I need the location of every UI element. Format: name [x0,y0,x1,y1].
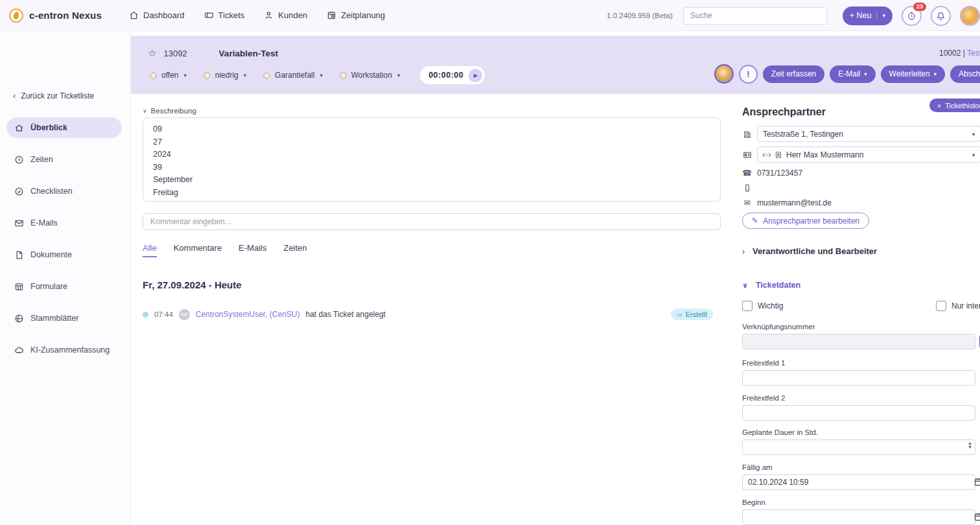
tab-zeiten[interactable]: Zeiten [283,243,307,257]
back-to-ticketlist-link[interactable]: ‹ Zurück zur Ticketliste [13,91,94,100]
user-avatar[interactable] [960,6,980,26]
description-box[interactable]: 09 27 2024 39 September Freitag [143,117,721,202]
ticketdata-section-toggle[interactable]: ∨ Ticketdaten [742,281,800,290]
entry-avatar: CC [179,309,190,320]
type-dropdown[interactable]: Garantiefall ▾ [264,71,323,80]
email-button[interactable]: E-Mail ▾ [830,65,875,83]
ticket-title-row: ☆ 13092 Variablen-Test [148,47,278,59]
customer-name-link[interactable]: Test GmbH [967,49,980,58]
responsibles-section-toggle[interactable]: › Verantwortliche und Bearbeiter [742,246,877,256]
version-label: 1.0.2409.959 (Beta) [607,12,673,19]
sidebar-item-checklisten[interactable]: Checklisten [6,181,122,202]
contact-phone: 0731/123457 [757,169,802,178]
nav-kunden[interactable]: Kunden [264,10,307,20]
person-badge-mini-icon [775,151,782,159]
tab-alle[interactable]: Alle [143,243,157,257]
chevron-left-icon: ‹ [13,91,16,100]
ticket-history-button[interactable]: ∨ Tickethistorie [929,99,980,112]
overview-icon [14,123,24,133]
favorite-star-icon[interactable]: ☆ [148,47,156,59]
sidebar-item-ki-zusammenfassung[interactable]: KI-Zusammenfassung [6,340,122,360]
form-icon [14,282,24,292]
tab-emails[interactable]: E-Mails [239,243,266,257]
new-button[interactable]: + Neu ▾ [843,6,892,25]
calendar-icon[interactable] [974,477,980,487]
exclamation-icon: ! [747,69,749,79]
search-input[interactable] [683,7,827,25]
checkbox-icon[interactable] [936,301,946,311]
description-line: 27 [153,136,710,149]
notifications-button[interactable] [931,6,951,26]
nav-zeitplanung[interactable]: Zeitplanung [327,10,385,20]
freitextfeld-1-input[interactable] [742,370,975,386]
description-line: Freitag [153,187,710,200]
faellig-am-input[interactable] [742,474,975,490]
edit-contact-button[interactable]: ✎ Ansprechpartner bearbeiten [742,213,869,229]
field-beginn: Beginn [742,498,975,525]
sidebar: ‹ Zurück zur Ticketliste Überblick Zeite… [0,31,131,525]
sidebar-item-emails[interactable]: E-Mails [6,213,122,233]
tab-kommentare[interactable]: Kommentare [174,243,222,257]
type-diamond-icon [262,71,271,80]
sidebar-item-dokumente[interactable]: Dokumente [6,244,122,265]
chevron-down-icon: ∨ [937,102,941,109]
field-freitextfeld-2: Freitextfeld 2 [742,394,975,421]
checkbox-nur-intern[interactable]: Nur intern [936,301,980,311]
priority-dropdown[interactable]: niedrig ▾ [204,71,246,80]
play-icon: ▶ [474,73,478,78]
forward-button[interactable]: Weiterleiten ▾ [881,65,945,83]
category-dropdown[interactable]: Workstation ▾ [340,71,400,80]
chevron-down-icon: ∨ [742,281,748,290]
close-ticket-button[interactable]: Abschließen [950,65,980,83]
beginn-input[interactable] [742,509,975,525]
timeline-entry: 07:44 CC CentronSystemUser, (CenSU) hat … [143,309,721,320]
checkbox-icon[interactable] [742,301,752,311]
comment-input[interactable] [143,213,721,230]
sidebar-item-formulare[interactable]: Formulare [6,276,122,297]
checkbox-wichtig[interactable]: Wichtig [742,301,783,311]
ticket-actions: ! Zeit erfassen E-Mail ▾ Weiterleiten ▾ … [714,64,980,84]
sidebar-item-zeiten[interactable]: Zeiten [6,149,122,170]
ticket-status-row: offen ▾ niedrig ▾ Garantiefall ▾ Worksta… [150,66,485,84]
contact-person-select[interactable]: Herr Max Mustermann ▾ [757,146,980,163]
description-line: 09 [153,123,710,136]
sidebar-item-stammblaetter[interactable]: Stammblätter [6,308,122,329]
sidebar-item-ueberblick[interactable]: Überblick [6,117,122,138]
timer-play-button[interactable]: ▶ [469,69,482,82]
brand-name: c-entron Nexus [29,10,102,21]
entry-user-link[interactable]: CentronSystemUser, (CenSU) [196,310,300,319]
assignee-avatar[interactable] [714,64,734,84]
record-time-button[interactable]: Zeit erfassen [763,65,824,83]
field-geplante-dauer: Geplante Dauer in Std. ▲▼ [742,428,975,455]
verknuepfungsnummer-input[interactable] [742,334,975,349]
user-icon [264,10,274,20]
geplante-dauer-input[interactable] [742,439,975,455]
pencil-icon: ✎ [752,216,758,225]
topbar-right: 1.0.2409.959 (Beta) + Neu ▾ 23 [607,0,980,31]
priority-alert-button[interactable]: ! [739,65,758,84]
timer-display: 00:00:00 ▶ [420,66,485,84]
number-stepper[interactable]: ▲▼ [968,441,972,449]
status-dropdown[interactable]: offen ▾ [150,71,187,80]
nav-dashboard[interactable]: Dashboard [129,10,185,20]
freitextfeld-2-input[interactable] [742,405,975,421]
plus-icon: + [850,11,854,20]
contact-email-row: ✉ mustermann@test.de [742,198,832,207]
nav-tickets[interactable]: Tickets [204,10,245,20]
contact-email: mustermann@test.de [757,198,832,207]
app-window: c-entron Nexus Dashboard Tickets Kunden … [0,0,980,525]
field-faellig-am: Fällig am [742,463,975,490]
main-nav: Dashboard Tickets Kunden Zeitplanung [129,10,385,20]
address-select[interactable]: Teststraße 1, Testingen ▾ [757,126,980,142]
field-verknuepfungsnummer: Verknüpfungsnummer [742,323,975,349]
calendar-icon[interactable] [974,512,980,522]
link-mini-icon [763,151,771,159]
chevron-down-icon[interactable]: ▾ [876,12,885,19]
bell-icon [936,11,946,21]
brand[interactable]: c-entron Nexus [9,8,102,23]
entry-time: 07:44 [154,310,173,318]
description-toggle[interactable]: ∨ Beschreibung [143,107,721,115]
description-line: 39 [153,161,710,174]
time-tracking-button[interactable]: 23 [902,6,922,26]
id-card-icon [742,150,752,159]
